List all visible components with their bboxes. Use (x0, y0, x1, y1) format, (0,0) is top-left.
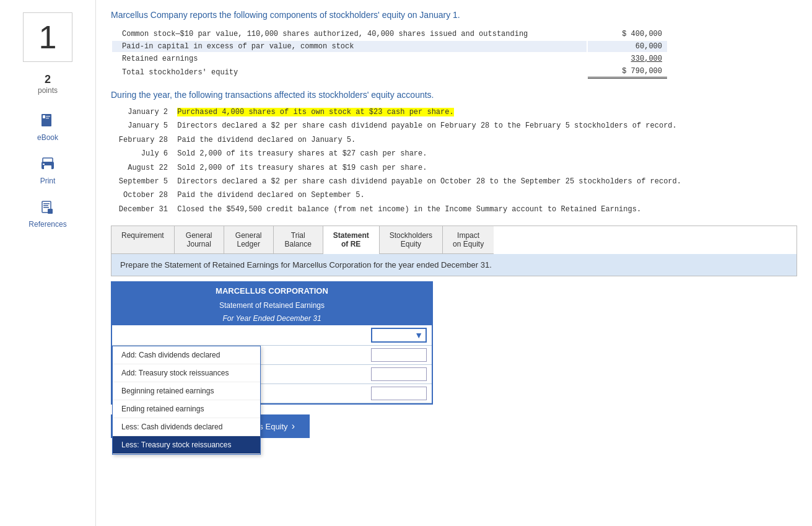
company-name: MARCELLUS CORPORATION (112, 283, 432, 299)
input-row-1[interactable] (371, 348, 427, 362)
main-content: Marcellus Company reports the following … (96, 0, 812, 526)
statement-title: Statement of Retained Earnings (112, 299, 432, 312)
svg-rect-11 (43, 207, 49, 208)
transaction-item: September 5 Directors declared a $2 per … (111, 175, 797, 188)
equity-row-value: 330,000 (588, 53, 667, 64)
references-button[interactable]: References (0, 191, 95, 235)
equity-row-label: Paid-in capital in excess of par value, … (112, 41, 587, 52)
tab-statement-re[interactable]: Statementof RE (323, 226, 380, 254)
question-number: 1 (23, 12, 72, 62)
tab-general-ledger[interactable]: GeneralLedger (224, 226, 274, 254)
transaction-text: Sold 2,000 of its treasury shares at $27… (177, 149, 427, 158)
print-button[interactable]: Print (0, 148, 95, 191)
equity-row: Total stockholders' equity$ 790,000 (112, 66, 667, 79)
transaction-text: Paid the dividend declared on September … (177, 191, 364, 199)
input-row-3[interactable] (371, 387, 427, 400)
points-section: 2 points (38, 73, 58, 95)
tab-instruction: Prepare the Statement of Retained Earnin… (111, 254, 797, 276)
equity-row-label: Retained earnings (112, 53, 587, 64)
svg-rect-3 (46, 118, 49, 119)
transaction-item: August 22 Sold 2,000 of its treasury sha… (111, 162, 797, 174)
dropdown-item[interactable]: Add: Cash dividends declared (113, 346, 260, 364)
transaction-text: Directors declared a $2 per share cash d… (177, 121, 677, 130)
stockholders-equity-arrow-icon: › (292, 421, 295, 432)
sidebar: 1 2 points eBook (0, 0, 96, 526)
tab-stockholders-equity[interactable]: StockholdersEquity (380, 226, 443, 254)
equity-row: Common stock—$10 par value, 110,000 shar… (112, 28, 667, 40)
dropdown-item[interactable]: Add: Treasury stock reissuances (113, 364, 260, 382)
transaction-text: Sold 2,000 of its treasury shares at $19… (177, 164, 427, 172)
transactions-list: January 2 Purchased 4,000 shares of its … (111, 106, 797, 216)
dropdown-scroll: Add: Cash dividends declaredAdd: Treasur… (113, 346, 260, 454)
input-row-2[interactable] (371, 367, 427, 381)
equity-table: Common stock—$10 par value, 110,000 shar… (111, 27, 668, 80)
ebook-icon (38, 111, 58, 131)
tab-trial-balance[interactable]: TrialBalance (274, 226, 323, 254)
equity-row: Retained earnings330,000 (112, 53, 667, 64)
svg-rect-6 (44, 165, 51, 170)
dropdown-trigger-row: ▼ (112, 325, 432, 346)
svg-rect-9 (43, 203, 50, 204)
statement-box: MARCELLUS CORPORATION Statement of Retai… (111, 281, 433, 405)
tab-impact-equity[interactable]: Impacton Equity (443, 226, 494, 254)
tab-requirement[interactable]: Requirement (111, 226, 175, 254)
references-icon (38, 198, 58, 217)
transaction-date: October 28 (111, 189, 173, 201)
transaction-date: January 2 (111, 106, 173, 118)
transaction-item: January 2 Purchased 4,000 shares of its … (111, 106, 797, 118)
transaction-date: July 6 (111, 147, 173, 160)
equity-row-label: Total stockholders' equity (112, 66, 587, 79)
transaction-date: February 28 (111, 134, 173, 146)
print-label: Print (40, 177, 56, 185)
equity-row-value: 60,000 (588, 41, 667, 52)
tab-general-journal[interactable]: GeneralJournal (175, 226, 224, 254)
problem-intro: Marcellus Company reports the following … (111, 10, 797, 20)
points-value: 2 (38, 73, 58, 86)
dropdown-item[interactable]: Beginning retained earnings (113, 382, 260, 400)
transaction-item: December 31 Closed the $549,500 credit b… (111, 203, 797, 216)
chevron-down-icon: ▼ (414, 330, 423, 340)
transaction-text: Paid the dividend declared on January 5. (177, 136, 356, 144)
equity-row-value: $ 400,000 (588, 28, 667, 40)
points-label: points (38, 86, 58, 95)
references-label: References (28, 220, 66, 229)
transaction-date: September 5 (111, 175, 173, 188)
dropdown-trigger[interactable]: ▼ (371, 328, 427, 343)
transactions-title: During the year, the following transacti… (111, 90, 797, 100)
transaction-date: August 22 (111, 162, 173, 174)
tabs-row: RequirementGeneralJournalGeneralLedgerTr… (111, 226, 797, 254)
transaction-date: December 31 (111, 203, 173, 216)
equity-row-value: $ 790,000 (588, 66, 667, 79)
dropdown-item[interactable]: Less: Cash dividends declared (113, 418, 260, 436)
transaction-text: Closed the $549,500 credit balance (from… (177, 205, 641, 214)
transaction-item: October 28 Paid the dividend declared on… (111, 189, 797, 201)
dropdown-menu: Add: Cash dividends declaredAdd: Treasur… (112, 346, 261, 455)
print-icon (38, 154, 58, 174)
svg-rect-10 (43, 205, 48, 206)
transaction-item: February 28 Paid the dividend declared o… (111, 134, 797, 146)
tabs-container: RequirementGeneralJournalGeneralLedgerTr… (111, 226, 797, 276)
dropdown-item[interactable]: Ending retained earnings (113, 400, 260, 418)
svg-rect-1 (43, 115, 45, 118)
equity-row-label: Common stock—$10 par value, 110,000 shar… (112, 28, 587, 40)
svg-rect-13 (48, 209, 52, 213)
statement-period: For Year Ended December 31 (112, 312, 432, 325)
dropdown-item[interactable]: Less: Treasury stock reissuances (113, 436, 260, 454)
equity-row: Paid-in capital in excess of par value, … (112, 41, 667, 52)
transaction-date: January 5 (111, 120, 173, 132)
transaction-text: Directors declared a $2 per share cash d… (177, 177, 681, 186)
svg-rect-2 (46, 116, 50, 117)
ebook-label: eBook (37, 133, 58, 142)
ebook-button[interactable]: eBook (0, 105, 95, 148)
statement-area: MARCELLUS CORPORATION Statement of Retai… (111, 281, 797, 405)
svg-rect-7 (43, 164, 45, 165)
transaction-item: January 5 Directors declared a $2 per sh… (111, 120, 797, 132)
transaction-text: Purchased 4,000 shares of its own stock … (177, 108, 453, 116)
transaction-item: July 6 Sold 2,000 of its treasury shares… (111, 147, 797, 160)
